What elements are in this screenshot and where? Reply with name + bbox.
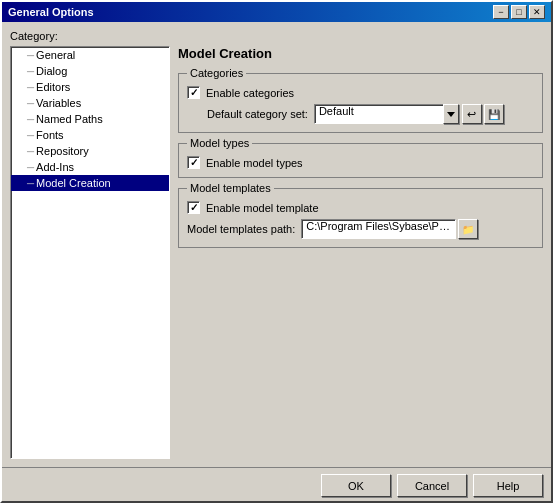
model-types-legend: Model types — [187, 137, 252, 149]
category-label: Category: — [10, 30, 543, 42]
title-bar: General Options − □ ✕ — [2, 2, 551, 22]
model-templates-legend: Model templates — [187, 182, 274, 194]
enable-model-template-row: Enable model template — [187, 201, 534, 214]
model-templates-path-input[interactable]: C:\Program Files\Sybase\PowerDe — [301, 219, 456, 239]
model-templates-path-label: Model templates path: — [187, 223, 295, 235]
sidebar-item-named-paths[interactable]: Named Paths — [11, 111, 169, 127]
ok-button[interactable]: OK — [321, 474, 391, 497]
model-types-group: Model types Enable model types — [178, 143, 543, 178]
dialog-content: Category: General Dialog Editors Variabl… — [2, 22, 551, 467]
categories-group: Categories Enable categories Default cat… — [178, 73, 543, 133]
enable-model-template-label: Enable model template — [206, 202, 319, 214]
default-category-set-label: Default category set: — [207, 108, 308, 120]
sidebar-item-model-creation[interactable]: Model Creation — [11, 175, 169, 191]
close-button[interactable]: ✕ — [529, 5, 545, 19]
sidebar-item-fonts[interactable]: Fonts — [11, 127, 169, 143]
arrow-down-icon — [447, 112, 455, 117]
sidebar-item-editors[interactable]: Editors — [11, 79, 169, 95]
right-panel: Model Creation Categories Enable categor… — [178, 46, 543, 459]
default-category-select-wrapper: Default ↩ 💾 — [314, 104, 504, 124]
model-templates-browse-button[interactable]: 📁 — [458, 219, 478, 239]
sidebar-item-repository[interactable]: Repository — [11, 143, 169, 159]
enable-model-types-row: Enable model types — [187, 156, 534, 169]
sidebar-item-add-ins[interactable]: Add-Ins — [11, 159, 169, 175]
folder-icon: 📁 — [462, 224, 474, 235]
save-icon: 💾 — [488, 109, 500, 120]
default-category-dropdown-arrow[interactable] — [443, 104, 459, 124]
default-category-back-button[interactable]: ↩ — [462, 104, 482, 124]
model-templates-path-wrapper: C:\Program Files\Sybase\PowerDe 📁 — [301, 219, 478, 239]
cancel-button[interactable]: Cancel — [397, 474, 467, 497]
sidebar: General Dialog Editors Variables Named P… — [10, 46, 170, 459]
help-button[interactable]: Help — [473, 474, 543, 497]
minimize-button[interactable]: − — [493, 5, 509, 19]
window-title: General Options — [8, 6, 94, 18]
model-templates-group: Model templates Enable model template Mo… — [178, 188, 543, 248]
default-category-row: Default category set: Default ↩ 💾 — [187, 104, 534, 124]
sidebar-item-dialog[interactable]: Dialog — [11, 63, 169, 79]
default-category-input[interactable]: Default — [314, 104, 444, 124]
enable-categories-label: Enable categories — [206, 87, 294, 99]
default-category-save-button[interactable]: 💾 — [484, 104, 504, 124]
categories-legend: Categories — [187, 67, 246, 79]
model-templates-path-row: Model templates path: C:\Program Files\S… — [187, 219, 534, 239]
maximize-button[interactable]: □ — [511, 5, 527, 19]
enable-model-types-checkbox[interactable] — [187, 156, 200, 169]
bottom-buttons: OK Cancel Help — [2, 467, 551, 501]
sidebar-item-variables[interactable]: Variables — [11, 95, 169, 111]
enable-model-types-label: Enable model types — [206, 157, 303, 169]
main-area: General Dialog Editors Variables Named P… — [10, 46, 543, 459]
enable-model-template-checkbox[interactable] — [187, 201, 200, 214]
title-bar-buttons: − □ ✕ — [493, 5, 545, 19]
back-icon: ↩ — [467, 108, 476, 121]
enable-categories-row: Enable categories — [187, 86, 534, 99]
enable-categories-checkbox[interactable] — [187, 86, 200, 99]
sidebar-item-general[interactable]: General — [11, 47, 169, 63]
panel-title: Model Creation — [178, 46, 543, 61]
general-options-window: General Options − □ ✕ Category: General … — [0, 0, 553, 503]
